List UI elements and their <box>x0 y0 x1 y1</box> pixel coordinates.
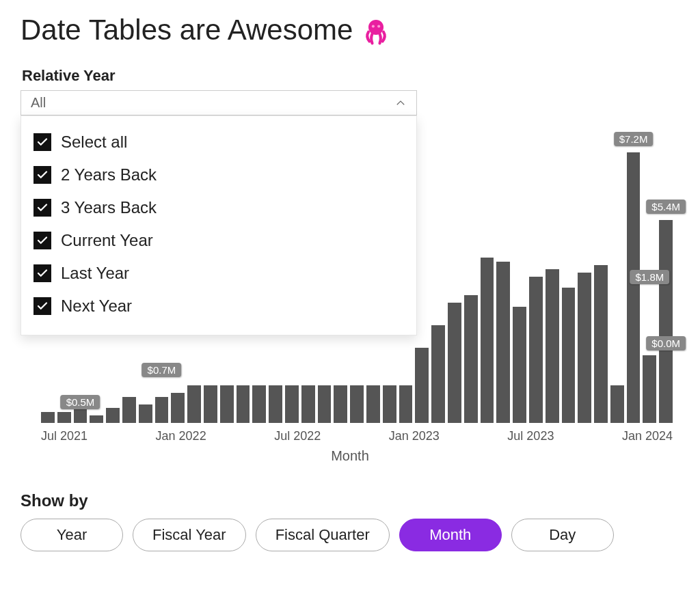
bar[interactable]: $5.4M$0.0M <box>659 220 673 423</box>
showby-option-day[interactable]: Day <box>511 519 614 551</box>
bar[interactable] <box>106 408 120 423</box>
bar[interactable] <box>448 303 461 423</box>
dropdown-option[interactable]: Next Year <box>28 290 409 322</box>
dropdown-selected[interactable]: All <box>21 90 417 115</box>
checkbox-icon <box>33 166 51 184</box>
showby-option-fiscal-year[interactable]: Fiscal Year <box>133 519 246 551</box>
checkbox-icon <box>33 133 51 151</box>
dropdown-option-label: 2 Years Back <box>61 165 157 184</box>
bar[interactable] <box>366 385 380 423</box>
bar[interactable] <box>318 385 332 423</box>
bar[interactable] <box>269 385 282 423</box>
showby-label: Show by <box>21 491 679 510</box>
x-tick-label: Jan 2022 <box>156 429 206 443</box>
bar[interactable] <box>513 307 526 424</box>
bar[interactable] <box>90 415 103 423</box>
bar[interactable] <box>122 397 136 424</box>
bar[interactable] <box>57 412 71 424</box>
checkbox-icon <box>33 297 51 315</box>
bar[interactable] <box>204 385 217 423</box>
bar-data-label: $1.8M <box>630 270 670 284</box>
bar-data-label: $0.0M <box>646 336 686 351</box>
page-title-text: Date Tables are Awesome <box>21 14 353 46</box>
bar-data-label: $5.4M <box>646 200 686 214</box>
checkbox-icon <box>33 232 51 249</box>
showby-option-fiscal-quarter[interactable]: Fiscal Quarter <box>256 519 390 551</box>
page-title: Date Tables are Awesome <box>21 14 679 46</box>
showby-option-month[interactable]: Month <box>399 519 502 551</box>
svg-point-1 <box>372 25 375 27</box>
bar[interactable] <box>139 404 152 424</box>
bar[interactable] <box>578 273 591 423</box>
dropdown-option-label: 3 Years Back <box>61 198 157 217</box>
relative-year-dropdown[interactable]: All Select all2 Years Back3 Years BackCu… <box>21 90 417 115</box>
bar[interactable] <box>415 348 429 423</box>
x-tick-label: Jul 2022 <box>274 429 321 443</box>
x-tick-label: Jul 2023 <box>507 429 554 443</box>
bar[interactable] <box>383 385 396 423</box>
dropdown-option-label: Select all <box>61 133 127 152</box>
dropdown-option[interactable]: 3 Years Back <box>28 191 409 224</box>
bar[interactable] <box>187 385 201 423</box>
x-tick-label: Jan 2023 <box>389 429 440 443</box>
bar[interactable] <box>546 269 559 424</box>
bar-data-label: $0.5M <box>61 395 100 409</box>
chevron-up-icon <box>394 97 407 109</box>
dropdown-option[interactable]: Last Year <box>28 257 409 290</box>
showby-option-year[interactable]: Year <box>21 519 123 551</box>
x-tick-label: Jan 2024 <box>622 429 673 443</box>
dropdown-option[interactable]: Select all <box>28 126 409 159</box>
chart-x-label: Month <box>21 448 679 464</box>
bar[interactable] <box>464 295 478 423</box>
dropdown-option-label: Current Year <box>61 231 153 250</box>
x-tick-label: Jul 2021 <box>41 429 88 443</box>
bar[interactable] <box>252 385 266 423</box>
dropdown-panel: Select all2 Years Back3 Years BackCurren… <box>21 115 417 335</box>
checkbox-icon <box>33 264 51 282</box>
bar-data-label: $0.7M <box>142 363 182 377</box>
dropdown-selected-text: All <box>31 95 46 111</box>
dropdown-option[interactable]: 2 Years Back <box>28 159 409 191</box>
chart-x-axis: Jul 2021Jan 2022Jul 2022Jan 2023Jul 2023… <box>41 429 673 443</box>
checkbox-icon <box>33 199 51 217</box>
svg-point-0 <box>368 20 383 35</box>
bar[interactable] <box>431 325 445 423</box>
bar[interactable]: $7.2M <box>627 152 641 423</box>
bar[interactable]: $0.7M <box>155 397 169 424</box>
bar[interactable] <box>610 385 624 423</box>
bar[interactable] <box>301 385 315 423</box>
bar[interactable] <box>496 262 510 424</box>
bar[interactable] <box>350 385 364 423</box>
dropdown-option[interactable]: Current Year <box>28 224 409 257</box>
bar[interactable]: $0.5M <box>74 404 88 424</box>
bar[interactable] <box>171 393 185 423</box>
bar[interactable] <box>481 258 494 423</box>
bar[interactable] <box>594 265 608 423</box>
bar[interactable] <box>334 385 347 423</box>
dropdown-option-label: Last Year <box>61 264 129 283</box>
svg-point-2 <box>377 25 380 27</box>
bar[interactable] <box>41 412 55 424</box>
bar[interactable] <box>562 288 576 423</box>
dropdown-option-label: Next Year <box>61 297 132 316</box>
octopus-icon <box>361 15 391 45</box>
bar[interactable] <box>237 385 250 423</box>
bar[interactable] <box>220 385 234 423</box>
bar-data-label: $7.2M <box>614 132 654 146</box>
bar[interactable] <box>399 385 413 423</box>
bar[interactable] <box>529 277 543 424</box>
bar[interactable]: $1.8M <box>643 355 656 423</box>
bar[interactable] <box>285 385 299 423</box>
filter-label: Relative Year <box>22 67 679 85</box>
showby-segmented: YearFiscal YearFiscal QuarterMonthDay <box>21 519 679 551</box>
